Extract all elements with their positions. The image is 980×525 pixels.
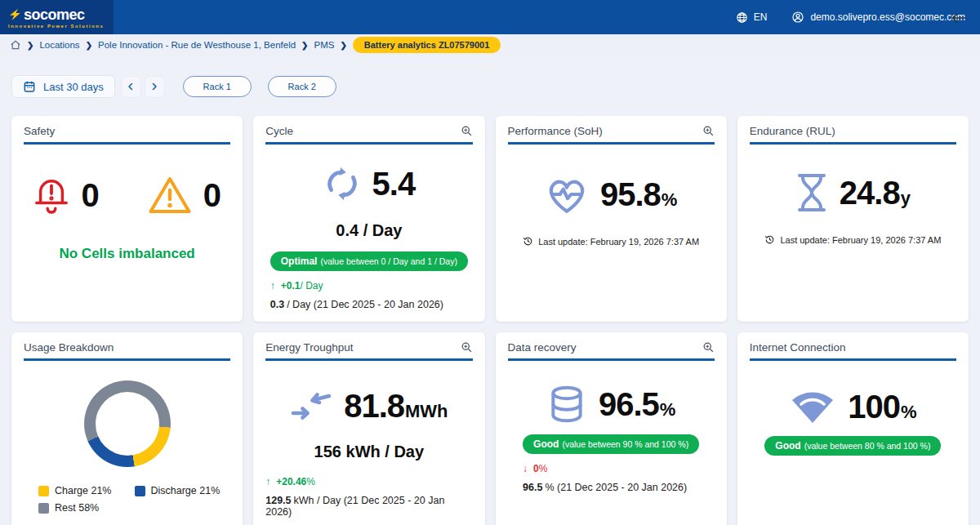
hourglass-icon: [795, 172, 828, 213]
breadcrumb-locations[interactable]: Locations: [39, 40, 79, 50]
safety-card-title: Safety: [24, 125, 55, 137]
rul-unit: y: [901, 188, 911, 208]
history-clock-icon: [523, 236, 533, 247]
endurance-card: Endurance (RUL) 24.8y Last update: Febru…: [737, 116, 969, 322]
heart-pulse-icon: [545, 174, 589, 215]
breadcrumb-pms[interactable]: PMS: [314, 40, 335, 50]
top-bar: socomec Innovative Power Solutions EN de…: [0, 0, 980, 34]
performance-card: Performance (SoH) 95.8% Last update: Feb…: [496, 116, 727, 322]
usage-donut: [84, 380, 171, 467]
internet-card-title: Internet Connection: [750, 341, 846, 354]
breadcrumb: ❯ Locations ❯ Pole Innovation - Rue de W…: [0, 34, 980, 56]
previous-period-button[interactable]: [121, 76, 141, 98]
charge-swatch: [38, 486, 49, 496]
internet-status-badge: Good(value between 80 % and 100 %): [764, 436, 941, 456]
trend-down-icon: ↓: [523, 463, 528, 474]
user-account[interactable]: demo.solivepro.ess@socomec.com: [791, 11, 965, 24]
energy-unit: MWh: [405, 401, 448, 421]
endurance-card-title: Endurance (RUL): [750, 125, 835, 137]
alarm-counter: 0: [33, 174, 99, 216]
zoom-in-icon[interactable]: [702, 341, 715, 354]
rul-value: 24.8: [840, 175, 900, 211]
socomec-logo[interactable]: socomec Innovative Power Solutions: [0, 0, 114, 34]
performance-card-title: Performance (SoH): [508, 125, 603, 137]
calendar-icon: [23, 80, 36, 93]
language-label: EN: [754, 11, 768, 23]
usage-card-title: Usage Breakdown: [24, 341, 114, 354]
logo-wordmark: socomec: [24, 7, 85, 22]
cycle-previous-period: 0.3/ Day (21 Dec 2025 - 20 Jan 2026): [270, 299, 443, 310]
discharge-swatch: [135, 486, 145, 496]
energy-trend: ↑ +20.46%: [265, 476, 315, 487]
warning-triangle-icon: [147, 175, 193, 216]
globe-icon: [736, 11, 748, 24]
cycle-arrows-icon: [323, 166, 361, 202]
cycle-value: 5.4: [372, 167, 416, 200]
home-icon[interactable]: [10, 39, 21, 51]
internet-value: 100: [848, 389, 900, 425]
breadcrumb-separator: ❯: [27, 41, 33, 50]
history-clock-icon: [764, 234, 775, 245]
trend-up-icon: ↑: [265, 476, 270, 487]
breadcrumb-separator: ❯: [301, 41, 308, 50]
wifi-icon: [789, 389, 836, 425]
alarm-bell-icon: [33, 174, 70, 216]
user-icon: [791, 11, 804, 24]
soh-unit: %: [662, 189, 678, 210]
cells-balance-status: No Cells imbalanced: [24, 246, 230, 262]
date-range-button[interactable]: Last 30 days: [11, 75, 115, 98]
converging-arrows-icon: [290, 389, 332, 423]
trend-up-icon: ↑: [270, 280, 275, 291]
cycle-status-badge: Optimal(value between 0 / Day and 1 / Da…: [270, 251, 468, 271]
energy-card-title: Energy Troughput: [265, 341, 353, 354]
safety-card: Safety 0 0 No Cells imbalanced: [11, 116, 243, 322]
language-selector[interactable]: EN: [736, 11, 768, 24]
zoom-in-icon[interactable]: [461, 341, 473, 354]
cycle-card: Cycle 5.4 0.4 / Day Optimal(value betwee…: [253, 116, 484, 322]
data-recovery-card-title: Data recovery: [508, 341, 577, 354]
legend-item-discharge: Discharge 21%: [135, 485, 220, 496]
logo-tagline: Innovative Power Solutions: [8, 24, 104, 29]
alarm-count: 0: [81, 177, 99, 214]
endurance-last-update: Last update: February 19, 2026 7:37 AM: [750, 234, 956, 245]
data-recovery-previous-period: 96.5% (21 Dec 2025 - 20 Jan 2026): [523, 482, 687, 493]
user-email: demo.solivepro.ess@socomec.com: [810, 11, 965, 23]
data-recovery-status-badge: Good(value between 90 % and 100 %): [523, 434, 699, 454]
data-recovery-card: Data recovery 96.5% Good(value between 9…: [496, 332, 727, 525]
internet-connection-card: Internet Connection 100% Good(value betw…: [737, 332, 969, 525]
performance-last-update: Last update: February 19, 2026 7:37 AM: [508, 236, 715, 247]
rack-1-button[interactable]: Rack 1: [183, 76, 252, 97]
energy-value: 81.8: [344, 388, 404, 424]
zoom-in-icon[interactable]: [461, 125, 473, 137]
next-period-button[interactable]: [145, 76, 165, 98]
legend-item-charge: Charge 21%: [38, 485, 112, 496]
rack-2-button[interactable]: Rack 2: [268, 76, 336, 97]
cycle-trend: ↑ +0.1/ Day: [270, 280, 323, 291]
energy-throughput-card: Energy Troughput 81.8MWh 156 kWh / Day ↑…: [253, 332, 484, 525]
database-icon: [546, 385, 587, 423]
breadcrumb-current-badge: Battery analytics ZL07579001: [353, 37, 501, 53]
rest-swatch: [38, 503, 49, 514]
date-range-label: Last 30 days: [43, 81, 104, 93]
warning-counter: 0: [147, 175, 221, 216]
legend-item-rest: Rest 58%: [38, 502, 112, 514]
energy-previous-period: 129.5kWh / Day (21 Dec 2025 - 20 Jan 202…: [265, 495, 472, 518]
data-recovery-trend: ↓ 0%: [523, 463, 547, 474]
data-recovery-unit: %: [660, 399, 676, 420]
breadcrumb-separator: ❯: [86, 41, 92, 50]
cycle-per-day: 0.4 / Day: [265, 221, 472, 240]
usage-legend: Charge 21% Discharge 21% Rest 58%: [38, 485, 220, 514]
breadcrumb-separator: ❯: [340, 41, 346, 50]
zoom-in-icon[interactable]: [702, 125, 715, 137]
breadcrumb-site[interactable]: Pole Innovation - Rue de Westhouse 1, Be…: [98, 40, 296, 50]
internet-unit: %: [901, 402, 917, 422]
filter-bar: Last 30 days Rack 1 Rack 2: [11, 75, 969, 98]
soh-value: 95.8: [600, 176, 661, 212]
usage-breakdown-card: Usage Breakdown Charge 21% Discharge 21%…: [11, 332, 243, 525]
data-recovery-value: 96.5: [599, 386, 659, 422]
back-arrow-icon[interactable]: [951, 11, 967, 24]
socomec-mark-icon: [8, 8, 21, 21]
warning-count: 0: [203, 177, 221, 214]
energy-per-day: 156 kWh / Day: [265, 443, 472, 461]
cycle-card-title: Cycle: [265, 125, 293, 137]
